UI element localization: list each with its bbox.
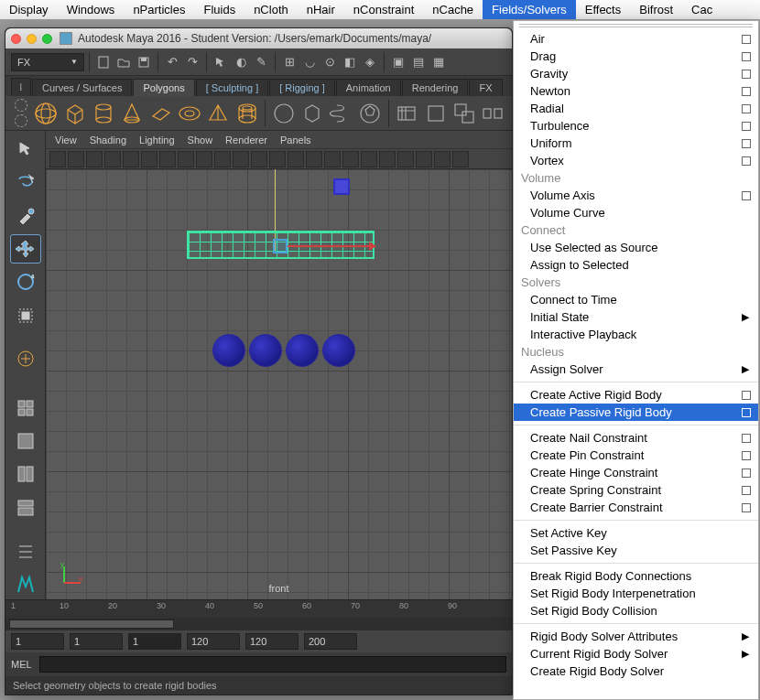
svg-icon[interactable] [422,100,449,127]
menu-item-create-passive-rigid-body[interactable]: Create Passive Rigid Body [514,404,758,421]
tab-fx[interactable]: FX [469,79,502,96]
panel-btn[interactable] [434,151,451,167]
ipr-icon[interactable]: ▤ [409,53,428,71]
mac-menu-cac[interactable]: Cac [682,0,722,19]
panel-menu-renderer[interactable]: Renderer [225,135,267,145]
snap-grid-icon[interactable]: ⊞ [280,53,299,71]
scale-tool[interactable] [10,300,41,329]
menu-item-set-rigid-body-collision[interactable]: Set Rigid Body Collision [514,602,758,619]
mac-menu-windows[interactable]: Windows [58,0,125,19]
panel-btn[interactable] [178,151,194,167]
range-bar[interactable] [5,618,512,630]
menu-item-radial[interactable]: Radial [514,100,758,117]
menu-item-volume-curve[interactable]: Volume Curve [514,204,758,221]
lasso-tool[interactable] [10,167,41,197]
last-tool[interactable] [10,344,41,373]
paint-tool[interactable] [10,201,41,231]
panel-btn[interactable] [397,151,414,167]
panel-menu-lighting[interactable]: Lighting [139,135,175,145]
panel-btn[interactable] [123,151,139,167]
layout-two-icon[interactable] [10,459,41,489]
panel-menu-panels[interactable]: Panels [280,135,311,145]
rotate-tool[interactable] [10,267,41,296]
soccer-icon[interactable] [356,100,383,127]
menu-item-create-nail-constraint[interactable]: Create Nail Constraint [514,429,758,447]
option-box-icon[interactable] [742,35,751,44]
panel-btn[interactable] [342,151,359,167]
tab-animation[interactable]: Animation [336,79,401,96]
panel-btn[interactable] [379,151,396,167]
option-box-icon[interactable] [742,434,751,443]
outliner-icon[interactable] [10,536,41,565]
panel-menu-shading[interactable]: Shading [90,135,126,145]
mac-menu-nconstraint[interactable]: nConstraint [344,0,423,19]
layout-four-icon[interactable] [10,393,41,423]
menu-item-vortex[interactable]: Vortex [514,152,758,169]
close-icon[interactable] [11,34,21,44]
platonic-icon[interactable] [270,100,297,127]
option-box-icon[interactable] [742,503,751,512]
select-mode-icon[interactable] [212,53,230,71]
layout-persp-icon[interactable] [10,493,41,522]
mac-menu-bifrost[interactable]: Bifrost [630,0,682,19]
menu-item-drag[interactable]: Drag [514,48,758,65]
panel-btn[interactable] [361,151,377,167]
layout-single-icon[interactable] [10,426,41,456]
new-scene-icon[interactable] [94,53,113,71]
prism-icon[interactable] [299,100,326,127]
mac-menu-nparticles[interactable]: nParticles [124,0,194,19]
tab-polygons[interactable]: Polygons [133,79,194,96]
option-box-icon[interactable] [742,139,751,148]
menu-item-volume-axis[interactable]: Volume Axis [514,187,758,204]
mel-input[interactable] [39,656,506,673]
poly-sphere-object[interactable] [212,334,245,367]
render-icon[interactable]: ▣ [389,53,407,71]
menu-item-create-active-rigid-body[interactable]: Create Active Rigid Body [514,386,758,404]
menu-item-current-rigid-body-solver[interactable]: Current Rigid Body Solver▶ [514,645,758,662]
menu-item-create-barrier-constraint[interactable]: Create Barrier Constraint [514,499,758,516]
current-frame-field[interactable]: 1 [128,633,181,650]
option-box-icon[interactable] [742,104,751,113]
range-handle[interactable] [9,619,174,629]
menu-item-turbulence[interactable]: Turbulence [514,117,758,135]
manipulator-x-axis[interactable] [288,245,375,247]
titlebar[interactable]: Autodesk Maya 2016 - Student Version: /U… [5,28,512,48]
helix-icon[interactable] [328,100,354,127]
tab-curves[interactable]: Curves / Surfaces [32,79,132,96]
mac-menu-effects[interactable]: Effects [576,0,631,19]
range-endkey-field[interactable]: 120 [187,633,240,650]
mac-menu-fieldssolvers[interactable]: Fields/Solvers [483,0,576,19]
menu-item-create-pin-constraint[interactable]: Create Pin Constraint [514,447,758,464]
lasso-icon[interactable]: ◐ [232,53,250,71]
open-scene-icon[interactable] [114,53,133,71]
menu-item-use-selected-as-source[interactable]: Use Selected as Source [514,239,758,256]
shelf-edit-icon[interactable] [15,114,27,127]
poly-sphere-object[interactable] [286,334,319,367]
range-start-field[interactable]: 1 [11,633,64,650]
tab-rigging[interactable]: [ Rigging ] [269,79,335,96]
menu-item-air[interactable]: Air [514,30,758,48]
menu-item-initial-state[interactable]: Initial State▶ [514,308,758,326]
menu-item-create-rigid-body-solver[interactable]: Create Rigid Body Solver [514,662,758,680]
snap-plane-icon[interactable]: ◧ [341,53,359,71]
panel-btn[interactable] [269,151,286,167]
panel-btn[interactable] [324,151,341,167]
time-ruler[interactable]: 1102030405060708090 [5,600,512,618]
panel-btn[interactable] [416,151,432,167]
menu-item-assign-to-selected[interactable]: Assign to Selected [514,256,758,274]
menu-item-uniform[interactable]: Uniform [514,135,758,152]
range-in-field[interactable]: 1 [70,633,123,650]
menu-tear-off[interactable] [514,21,758,30]
mac-menu-nhair[interactable]: nHair [298,0,344,19]
menu-item-gravity[interactable]: Gravity [514,65,758,82]
poly-pyramid-icon[interactable] [205,100,232,127]
panel-btn[interactable] [214,151,231,167]
type-icon[interactable] [394,100,420,127]
select-tool[interactable] [10,135,41,164]
panel-btn[interactable] [104,151,121,167]
combine-icon[interactable] [451,100,477,127]
mac-menu-ncloth[interactable]: nCloth [244,0,298,19]
poly-cylinder-icon[interactable] [90,100,116,127]
panel-menu-show[interactable]: Show [188,135,213,145]
range-end-field[interactable]: 200 [304,633,357,650]
